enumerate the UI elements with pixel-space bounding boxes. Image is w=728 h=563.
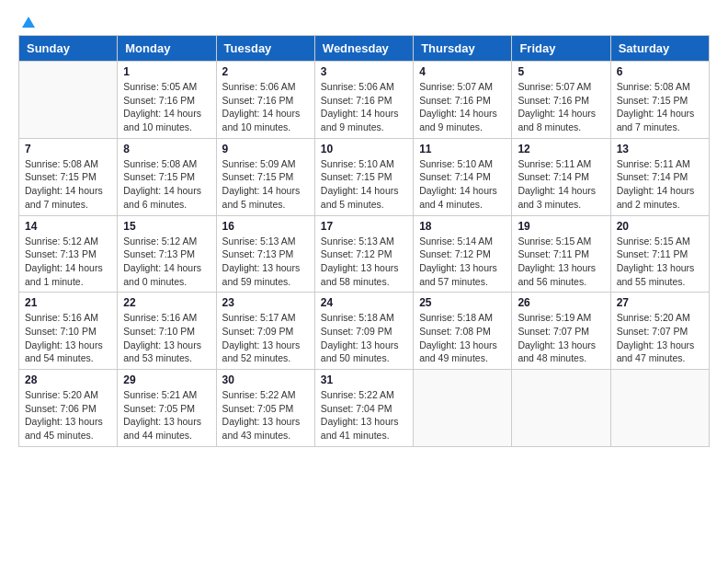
day-info: Sunrise: 5:19 AM Sunset: 7:07 PM Dayligh… <box>518 311 604 365</box>
calendar-cell: 2Sunrise: 5:06 AM Sunset: 7:16 PM Daylig… <box>216 62 314 139</box>
day-info: Sunrise: 5:20 AM Sunset: 7:06 PM Dayligh… <box>25 388 111 442</box>
day-info: Sunrise: 5:18 AM Sunset: 7:08 PM Dayligh… <box>419 311 506 365</box>
calendar-cell <box>512 370 610 447</box>
calendar-cell: 28Sunrise: 5:20 AM Sunset: 7:06 PM Dayli… <box>19 370 118 447</box>
day-number: 25 <box>419 296 506 309</box>
calendar-header-tuesday: Tuesday <box>216 36 314 62</box>
header <box>18 18 710 28</box>
day-number: 10 <box>321 143 407 155</box>
day-number: 18 <box>419 220 506 233</box>
day-number: 22 <box>123 296 210 309</box>
calendar-cell: 4Sunrise: 5:07 AM Sunset: 7:16 PM Daylig… <box>414 62 512 139</box>
day-number: 16 <box>222 220 309 233</box>
day-info: Sunrise: 5:20 AM Sunset: 7:07 PM Dayligh… <box>617 311 703 365</box>
calendar-cell: 25Sunrise: 5:18 AM Sunset: 7:08 PM Dayli… <box>414 293 512 370</box>
day-number: 3 <box>321 65 407 78</box>
calendar-cell: 24Sunrise: 5:18 AM Sunset: 7:09 PM Dayli… <box>314 293 413 370</box>
day-info: Sunrise: 5:10 AM Sunset: 7:15 PM Dayligh… <box>321 157 407 212</box>
calendar-cell: 31Sunrise: 5:22 AM Sunset: 7:04 PM Dayli… <box>314 370 413 447</box>
calendar-cell: 5Sunrise: 5:07 AM Sunset: 7:16 PM Daylig… <box>512 62 610 139</box>
calendar-table: SundayMondayTuesdayWednesdayThursdayFrid… <box>18 35 710 447</box>
day-number: 9 <box>222 143 309 155</box>
day-info: Sunrise: 5:08 AM Sunset: 7:15 PM Dayligh… <box>123 157 210 212</box>
day-number: 21 <box>25 296 111 309</box>
day-number: 19 <box>518 220 604 233</box>
day-number: 12 <box>518 143 604 155</box>
calendar-cell: 1Sunrise: 5:05 AM Sunset: 7:16 PM Daylig… <box>118 62 216 139</box>
calendar-cell: 7Sunrise: 5:08 AM Sunset: 7:15 PM Daylig… <box>19 138 118 215</box>
calendar-cell: 17Sunrise: 5:13 AM Sunset: 7:12 PM Dayli… <box>314 215 413 293</box>
calendar-week-3: 14Sunrise: 5:12 AM Sunset: 7:13 PM Dayli… <box>19 215 710 293</box>
calendar-cell: 3Sunrise: 5:06 AM Sunset: 7:16 PM Daylig… <box>314 62 413 139</box>
day-number: 8 <box>123 143 210 155</box>
day-info: Sunrise: 5:13 AM Sunset: 7:12 PM Dayligh… <box>321 235 407 289</box>
day-number: 31 <box>321 373 407 386</box>
day-info: Sunrise: 5:12 AM Sunset: 7:13 PM Dayligh… <box>123 235 210 289</box>
day-number: 23 <box>222 296 309 309</box>
day-number: 30 <box>222 373 309 386</box>
calendar-cell: 14Sunrise: 5:12 AM Sunset: 7:13 PM Dayli… <box>19 215 118 293</box>
day-info: Sunrise: 5:07 AM Sunset: 7:16 PM Dayligh… <box>518 80 604 134</box>
calendar-cell <box>19 62 118 139</box>
day-info: Sunrise: 5:15 AM Sunset: 7:11 PM Dayligh… <box>617 235 703 289</box>
day-number: 2 <box>222 65 309 78</box>
calendar-header-saturday: Saturday <box>610 36 709 62</box>
calendar-cell: 6Sunrise: 5:08 AM Sunset: 7:15 PM Daylig… <box>610 62 709 139</box>
day-info: Sunrise: 5:06 AM Sunset: 7:16 PM Dayligh… <box>321 80 407 134</box>
day-info: Sunrise: 5:22 AM Sunset: 7:04 PM Dayligh… <box>321 388 407 442</box>
day-number: 1 <box>123 65 210 78</box>
day-number: 27 <box>617 296 703 309</box>
day-number: 4 <box>419 65 506 78</box>
day-info: Sunrise: 5:22 AM Sunset: 7:05 PM Dayligh… <box>222 388 309 442</box>
day-number: 5 <box>518 65 604 78</box>
calendar-header-wednesday: Wednesday <box>314 36 413 62</box>
calendar-body: 1Sunrise: 5:05 AM Sunset: 7:16 PM Daylig… <box>19 62 710 447</box>
day-info: Sunrise: 5:12 AM Sunset: 7:13 PM Dayligh… <box>25 235 111 289</box>
day-info: Sunrise: 5:11 AM Sunset: 7:14 PM Dayligh… <box>518 157 604 212</box>
calendar-cell: 27Sunrise: 5:20 AM Sunset: 7:07 PM Dayli… <box>610 293 709 370</box>
day-number: 29 <box>123 373 210 386</box>
calendar-week-4: 21Sunrise: 5:16 AM Sunset: 7:10 PM Dayli… <box>19 293 710 370</box>
calendar-week-1: 1Sunrise: 5:05 AM Sunset: 7:16 PM Daylig… <box>19 62 710 139</box>
day-info: Sunrise: 5:13 AM Sunset: 7:13 PM Dayligh… <box>222 235 309 289</box>
calendar-header-monday: Monday <box>118 36 216 62</box>
calendar-cell: 13Sunrise: 5:11 AM Sunset: 7:14 PM Dayli… <box>610 138 709 215</box>
day-info: Sunrise: 5:06 AM Sunset: 7:16 PM Dayligh… <box>222 80 309 134</box>
calendar-cell: 18Sunrise: 5:14 AM Sunset: 7:12 PM Dayli… <box>414 215 512 293</box>
day-info: Sunrise: 5:16 AM Sunset: 7:10 PM Dayligh… <box>25 311 111 365</box>
calendar-cell <box>414 370 512 447</box>
calendar-cell: 29Sunrise: 5:21 AM Sunset: 7:05 PM Dayli… <box>118 370 216 447</box>
day-info: Sunrise: 5:08 AM Sunset: 7:15 PM Dayligh… <box>617 80 703 134</box>
day-info: Sunrise: 5:15 AM Sunset: 7:11 PM Dayligh… <box>518 235 604 289</box>
day-number: 14 <box>25 220 111 233</box>
day-info: Sunrise: 5:05 AM Sunset: 7:16 PM Dayligh… <box>123 80 210 134</box>
day-info: Sunrise: 5:09 AM Sunset: 7:15 PM Dayligh… <box>222 157 309 212</box>
calendar-cell: 9Sunrise: 5:09 AM Sunset: 7:15 PM Daylig… <box>216 138 314 215</box>
day-number: 15 <box>123 220 210 233</box>
calendar-cell: 19Sunrise: 5:15 AM Sunset: 7:11 PM Dayli… <box>512 215 610 293</box>
day-info: Sunrise: 5:14 AM Sunset: 7:12 PM Dayligh… <box>419 235 506 289</box>
day-number: 13 <box>617 143 703 155</box>
calendar-header-sunday: Sunday <box>19 36 118 62</box>
calendar-cell: 8Sunrise: 5:08 AM Sunset: 7:15 PM Daylig… <box>118 138 216 215</box>
svg-marker-0 <box>22 17 35 28</box>
day-info: Sunrise: 5:11 AM Sunset: 7:14 PM Dayligh… <box>617 157 703 212</box>
calendar-cell: 30Sunrise: 5:22 AM Sunset: 7:05 PM Dayli… <box>216 370 314 447</box>
calendar-cell: 21Sunrise: 5:16 AM Sunset: 7:10 PM Dayli… <box>19 293 118 370</box>
day-info: Sunrise: 5:21 AM Sunset: 7:05 PM Dayligh… <box>123 388 210 442</box>
day-info: Sunrise: 5:08 AM Sunset: 7:15 PM Dayligh… <box>25 157 111 212</box>
calendar-cell: 15Sunrise: 5:12 AM Sunset: 7:13 PM Dayli… <box>118 215 216 293</box>
day-number: 26 <box>518 296 604 309</box>
calendar-week-2: 7Sunrise: 5:08 AM Sunset: 7:15 PM Daylig… <box>19 138 710 215</box>
calendar-cell: 22Sunrise: 5:16 AM Sunset: 7:10 PM Dayli… <box>118 293 216 370</box>
calendar-cell <box>610 370 709 447</box>
calendar-header-thursday: Thursday <box>414 36 512 62</box>
logo-icon <box>20 15 37 31</box>
calendar-header-row: SundayMondayTuesdayWednesdayThursdayFrid… <box>19 36 710 62</box>
day-info: Sunrise: 5:07 AM Sunset: 7:16 PM Dayligh… <box>419 80 506 134</box>
calendar-cell: 16Sunrise: 5:13 AM Sunset: 7:13 PM Dayli… <box>216 215 314 293</box>
day-info: Sunrise: 5:16 AM Sunset: 7:10 PM Dayligh… <box>123 311 210 365</box>
day-number: 11 <box>419 143 506 155</box>
day-number: 28 <box>25 373 111 386</box>
day-info: Sunrise: 5:10 AM Sunset: 7:14 PM Dayligh… <box>419 157 506 212</box>
